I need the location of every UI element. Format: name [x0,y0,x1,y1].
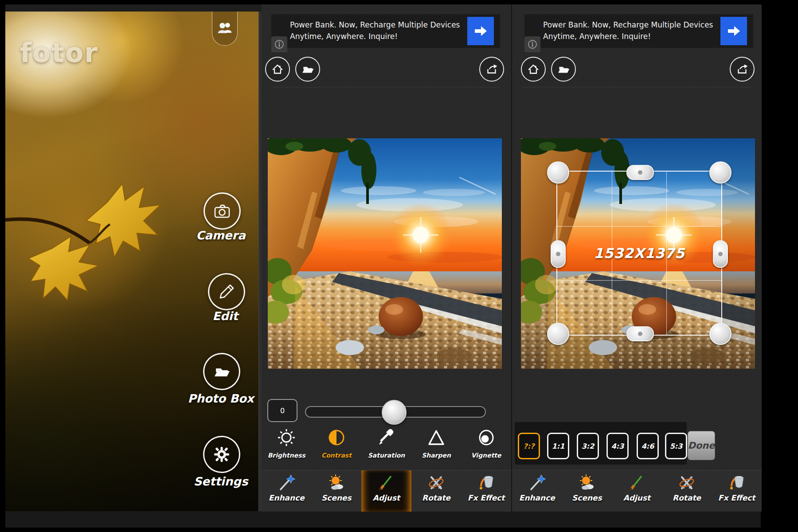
sidebar-item-camera[interactable] [203,192,241,230]
edit-panel: Power Bank. Now, Recharge Multiple Devic… [262,4,511,511]
tool-saturation-label: Saturation [368,452,405,459]
crop-handle-bottom-right[interactable] [709,323,732,345]
ad-banner[interactable]: Power Bank. Now, Recharge Multiple Devic… [271,14,500,48]
vignette-icon [477,428,496,447]
tab-rotate-label: Rotate [422,493,450,502]
tab-enhance-label: Enhance [269,493,305,502]
tool-vignette[interactable]: Vignette [461,423,511,470]
folder-icon [556,62,571,77]
aspect-ratio-strip: ?:? 1:1 3:2 4:3 4:6 5:3 [515,422,687,465]
crop-handle-top-left[interactable] [547,161,569,184]
tool-brightness-label: Brightness [268,452,305,459]
aspect-4-6-button[interactable]: 4:6 [637,433,659,459]
aspect-4-3-button[interactable]: 4:3 [606,433,629,459]
ad-banner-2[interactable]: Power Bank. Now, Recharge Multiple Devic… [524,14,753,48]
share-button-2[interactable] [730,57,755,82]
accounts-tab[interactable] [212,12,238,46]
sidebar-item-camera-label: Camera [172,229,258,242]
tool-contrast[interactable]: Contrast [312,423,362,470]
slider-thumb[interactable] [382,400,407,425]
ad-banner-2-text: Power Bank. Now, Recharge Multiple Devic… [543,19,720,42]
fx-effect-bucket-icon [727,473,747,493]
enhance-wand-icon [527,473,547,493]
slider-value: 0 [280,407,285,415]
divider [523,87,751,87]
tab-enhance-2[interactable]: Enhance [512,470,562,512]
home-button[interactable] [265,57,290,82]
done-button[interactable]: Done [688,431,715,460]
photo-preview-crop: 1532X1375 [521,138,755,369]
crop-handle-right[interactable] [713,240,728,268]
people-icon [217,20,233,36]
adjust-brush-icon [376,473,396,493]
tab-adjust-2[interactable]: Adjust [612,470,662,512]
ad-banner-text: Power Bank. Now, Recharge Multiple Devic… [290,19,467,42]
share-button[interactable] [479,57,504,82]
tab-enhance[interactable]: Enhance [262,470,312,512]
tab-rotate-2[interactable]: Rotate [662,470,712,512]
tab-fx-effect-2[interactable]: Fx Effect [712,470,762,512]
aspect-free-button[interactable]: ?:? [518,433,540,459]
crop-handle-bottom-left[interactable] [547,323,569,345]
crop-handle-bottom[interactable] [626,326,654,341]
crop-selection[interactable]: 1532X1375 [556,171,722,336]
aspect-1-1-button[interactable]: 1:1 [547,433,569,459]
enhance-wand-icon [277,473,296,493]
bottom-tab-bar: Enhance Scenes [262,470,511,512]
adjust-brush-icon [627,473,646,493]
contrast-icon [327,428,346,447]
sharpen-triangle-icon [426,428,446,447]
crop-size-label: 1532X1375 [557,172,721,335]
slider-value-box: 0 [267,399,297,422]
fx-effect-bucket-icon [477,473,496,493]
tab-rotate[interactable]: Rotate [411,470,462,512]
camera-icon [212,201,232,221]
tab-scenes-2[interactable]: Scenes [562,470,612,512]
tab-adjust-label: Adjust [373,493,400,502]
tool-sharpen-label: Sharpen [422,452,451,459]
sidebar-item-edit-label: Edit [176,309,258,323]
tool-contrast-label: Contrast [321,452,352,459]
ad-cta-button[interactable] [467,17,494,45]
bottom-tab-bar-2: Enhance Scenes [512,470,762,512]
tool-saturation[interactable]: Saturation [361,423,411,470]
saturation-eyedropper-icon [376,428,396,447]
folder-icon [300,62,315,77]
crop-handle-top-right[interactable] [709,161,732,184]
open-file-button-2[interactable] [551,57,576,82]
brightness-icon [277,428,296,447]
tab-fx-effect[interactable]: Fx Effect [461,470,511,512]
sidebar-home-screen: fotor Camera Edit [5,12,258,511]
ad-cta-button-2[interactable] [720,17,747,45]
arrow-right-icon [725,23,743,39]
sidebar-item-photo-box[interactable] [203,353,240,390]
tab-rotate-2-label: Rotate [673,493,701,502]
rotate-icon [426,473,446,493]
crop-handle-top[interactable] [626,165,654,180]
share-icon [735,62,750,77]
rotate-icon [677,473,696,493]
sidebar-item-edit[interactable] [208,273,245,310]
tab-scenes[interactable]: Scenes [312,470,362,512]
info-icon [528,39,537,49]
crop-panel: Power Bank. Now, Recharge Multiple Devic… [511,4,762,511]
sidebar-item-settings[interactable] [203,436,240,473]
gear-icon [211,444,232,465]
ad-info-button[interactable] [271,36,287,52]
open-file-button[interactable] [295,57,320,82]
pencil-icon [216,282,237,302]
tool-vignette-label: Vignette [471,452,501,459]
tool-brightness[interactable]: Brightness [262,423,312,470]
scenes-sun-icon [577,473,597,493]
tab-adjust-2-label: Adjust [623,493,651,502]
crop-handle-left[interactable] [551,240,566,268]
ad-info-button-2[interactable] [524,36,540,52]
home-button-2[interactable] [521,57,546,82]
tab-scenes-2-label: Scenes [572,493,602,502]
tool-sharpen[interactable]: Sharpen [411,423,462,470]
contrast-slider[interactable] [305,406,486,418]
aspect-5-3-button[interactable]: 5:3 [665,433,687,459]
tab-adjust-selected[interactable]: Adjust [361,470,411,512]
aspect-3-2-button[interactable]: 3:2 [577,433,599,459]
fotor-logo: fotor [20,37,98,68]
